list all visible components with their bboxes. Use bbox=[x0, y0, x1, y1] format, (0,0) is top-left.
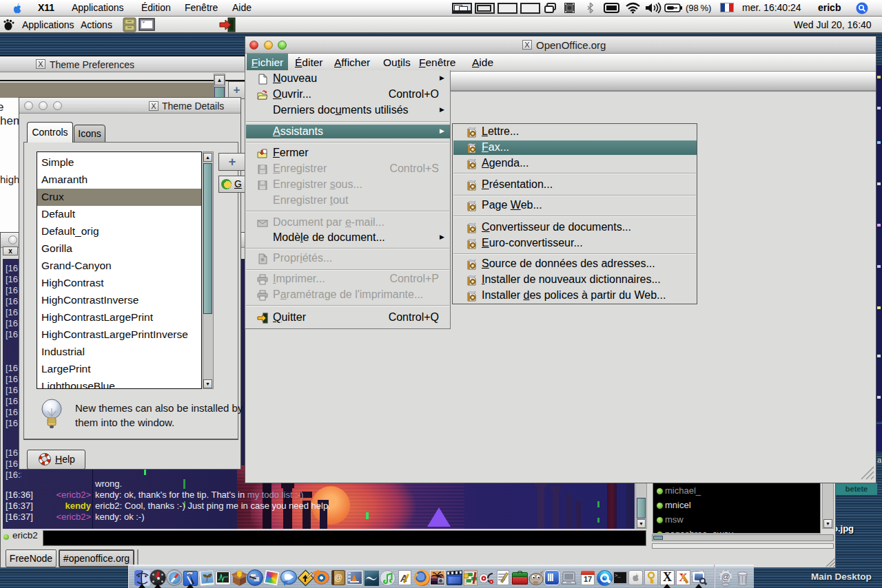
svg-text:@: @ bbox=[721, 571, 730, 582]
